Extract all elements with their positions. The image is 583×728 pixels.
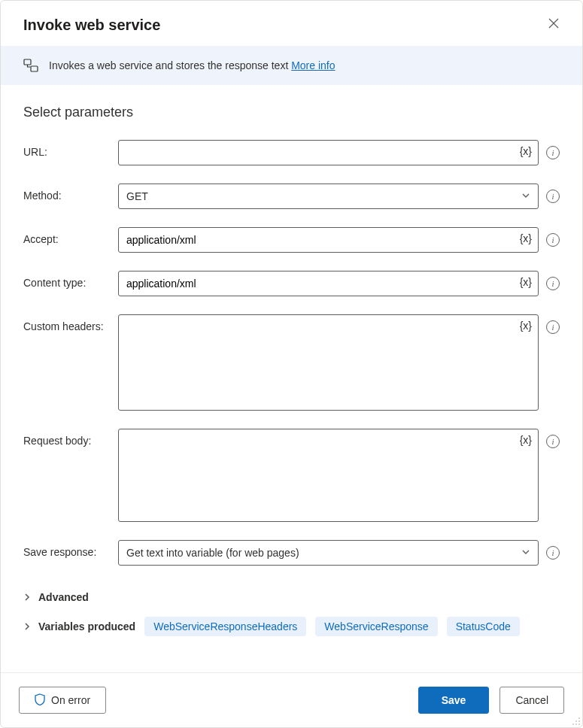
- method-value: GET: [126, 190, 148, 202]
- dialog-content: Select parameters URL: {x} i Method: GET: [1, 85, 582, 672]
- resize-grip[interactable]: [570, 715, 581, 726]
- info-icon[interactable]: i: [546, 190, 560, 203]
- label-custom-headers: Custom headers:: [23, 314, 118, 332]
- svg-point-4: [578, 717, 580, 719]
- info-icon[interactable]: i: [546, 146, 560, 159]
- label-accept: Accept:: [23, 227, 118, 245]
- custom-headers-field[interactable]: [126, 321, 512, 381]
- svg-rect-2: [24, 59, 31, 65]
- variable-pill[interactable]: WebServiceResponseHeaders: [144, 617, 306, 636]
- row-accept: Accept: {x} i: [23, 227, 560, 253]
- accept-input-field[interactable]: [126, 234, 512, 246]
- chevron-down-icon: [521, 547, 530, 559]
- advanced-expander[interactable]: Advanced: [23, 584, 560, 611]
- label-method: Method:: [23, 184, 118, 202]
- request-body-input[interactable]: {x}: [118, 429, 539, 522]
- svg-point-6: [578, 720, 580, 722]
- variable-pill[interactable]: WebServiceResponse: [315, 617, 437, 636]
- info-icon[interactable]: i: [546, 320, 560, 334]
- variables-produced-label: Variables produced: [38, 620, 135, 632]
- cancel-button[interactable]: Cancel: [499, 687, 564, 714]
- chevron-down-icon: [521, 190, 530, 202]
- row-save-response: Save response: Get text into variable (f…: [23, 540, 560, 566]
- url-input[interactable]: {x}: [118, 140, 539, 165]
- variable-pill[interactable]: StatusCode: [447, 617, 520, 636]
- web-service-icon: [23, 58, 38, 73]
- shield-icon: [35, 693, 45, 708]
- invoke-web-service-dialog: Invoke web service Invokes a web service…: [0, 0, 583, 728]
- save-response-select[interactable]: Get text into variable (for web pages): [118, 540, 539, 566]
- variables-produced-expander[interactable]: Variables produced: [23, 620, 135, 632]
- row-request-body: Request body: {x} i: [23, 429, 560, 522]
- row-url: URL: {x} i: [23, 140, 560, 165]
- custom-headers-input[interactable]: {x}: [118, 314, 539, 411]
- close-icon: [548, 18, 559, 32]
- info-icon[interactable]: i: [546, 277, 560, 290]
- request-body-field[interactable]: [126, 435, 512, 496]
- variables-produced-row: Variables produced WebServiceResponseHea…: [23, 617, 560, 636]
- variable-picker-icon[interactable]: {x}: [520, 232, 532, 244]
- url-input-field[interactable]: [126, 147, 512, 159]
- on-error-label: On error: [51, 694, 90, 706]
- variable-picker-icon[interactable]: {x}: [520, 320, 532, 332]
- dialog-header: Invoke web service: [1, 1, 582, 46]
- svg-point-7: [572, 723, 574, 725]
- accept-input[interactable]: {x}: [118, 227, 539, 253]
- label-url: URL:: [23, 140, 118, 158]
- info-icon[interactable]: i: [546, 546, 560, 560]
- info-icon[interactable]: i: [546, 233, 560, 247]
- svg-point-9: [578, 723, 580, 725]
- banner-text: Invokes a web service and stores the res…: [49, 59, 336, 71]
- chevron-right-icon: [23, 593, 31, 601]
- label-request-body: Request body:: [23, 429, 118, 447]
- svg-point-8: [575, 723, 577, 725]
- dialog-title: Invoke web service: [23, 17, 160, 34]
- info-icon[interactable]: i: [546, 435, 560, 448]
- save-button[interactable]: Save: [418, 687, 490, 714]
- close-button[interactable]: [543, 14, 564, 35]
- variable-picker-icon[interactable]: {x}: [520, 145, 532, 157]
- on-error-button[interactable]: On error: [19, 687, 106, 714]
- label-save-response: Save response:: [23, 540, 118, 558]
- save-response-value: Get text into variable (for web pages): [126, 547, 299, 559]
- dialog-footer: On error Save Cancel: [1, 672, 582, 727]
- content-type-input[interactable]: {x}: [118, 271, 539, 296]
- variable-picker-icon[interactable]: {x}: [520, 276, 532, 288]
- label-content-type: Content type:: [23, 271, 118, 289]
- section-title: Select parameters: [23, 105, 560, 120]
- row-custom-headers: Custom headers: {x} i: [23, 314, 560, 411]
- more-info-link[interactable]: More info: [291, 59, 335, 71]
- svg-point-5: [575, 720, 577, 722]
- row-content-type: Content type: {x} i: [23, 271, 560, 296]
- content-type-input-field[interactable]: [126, 278, 512, 290]
- method-select[interactable]: GET: [118, 184, 539, 209]
- row-method: Method: GET i: [23, 184, 560, 209]
- svg-rect-3: [31, 66, 38, 71]
- chevron-right-icon: [23, 623, 31, 630]
- variable-picker-icon[interactable]: {x}: [520, 434, 532, 446]
- advanced-label: Advanced: [38, 591, 89, 603]
- info-banner: Invokes a web service and stores the res…: [1, 46, 582, 85]
